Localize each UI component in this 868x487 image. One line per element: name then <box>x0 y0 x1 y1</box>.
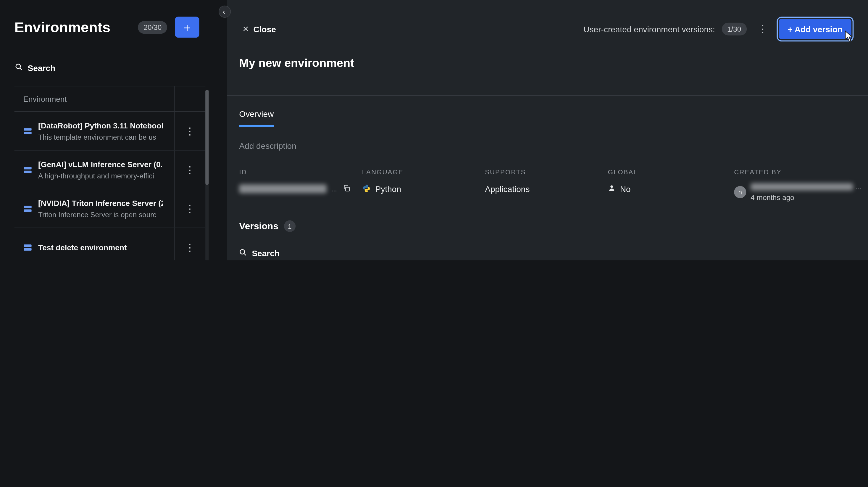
detail-tabs: Overview <box>239 109 851 127</box>
close-button[interactable]: ✕ Close <box>243 24 276 33</box>
meta-created-by: CREATED BY n ... 4 months ago <box>734 169 861 202</box>
python-icon <box>362 183 371 194</box>
supports-value: Applications <box>485 184 530 193</box>
row-menu-button[interactable]: ⋮ <box>181 201 199 216</box>
environment-menu-button[interactable]: ⋮ <box>753 22 772 36</box>
copy-id-button[interactable] <box>341 183 351 194</box>
environment-row-text: Test delete environment <box>38 243 163 252</box>
row-menu-button[interactable]: ⋮ <box>181 240 199 254</box>
kebab-icon: ⋮ <box>185 242 195 253</box>
versions-section-header: Versions 1 <box>239 220 851 232</box>
versions-counter-badge: 1/30 <box>721 23 747 35</box>
meta-language: LANGUAGE Python <box>362 169 485 202</box>
detail-toolbar: ✕ Close User-created environment version… <box>239 21 851 36</box>
add-version-button[interactable]: + Add version <box>779 19 851 39</box>
search-icon <box>239 248 247 258</box>
versions-search[interactable]: Search <box>239 248 851 258</box>
close-label: Close <box>253 24 276 33</box>
sidebar-search[interactable]: Search <box>15 63 227 72</box>
plus-icon: + <box>184 21 190 33</box>
add-description-field[interactable]: Add description <box>239 141 851 151</box>
row-menu-button[interactable]: ⋮ <box>181 124 199 138</box>
environments-table: Environment [DataRobot] Python 3.11 Note… <box>14 86 206 261</box>
copy-icon <box>343 184 350 193</box>
close-icon: ✕ <box>243 24 249 33</box>
environment-row[interactable]: Test delete environment ⋮ <box>14 228 206 261</box>
environments-count-badge: 20/30 <box>138 21 167 33</box>
chevron-left-icon: ‹ <box>222 7 225 15</box>
avatar: n <box>734 186 746 198</box>
environment-meta: ID ... LANGUAGE Python SUPPORTS Applicat… <box>239 169 851 202</box>
environment-icon <box>23 127 32 135</box>
created-time: 4 months ago <box>750 193 861 202</box>
sidebar-header: Environments 20/30 + <box>0 0 227 37</box>
kebab-icon: ⋮ <box>185 203 195 214</box>
environment-title: My new environment <box>239 57 851 70</box>
global-value: No <box>620 184 631 193</box>
kebab-icon: ⋮ <box>185 125 195 136</box>
meta-global: GLOBAL No <box>608 169 734 202</box>
header-divider <box>227 95 868 96</box>
environment-row[interactable]: [GenAI] vLLM Inference Server (0.4.2 A h… <box>14 151 206 189</box>
environment-icon <box>23 165 32 174</box>
environment-icon <box>23 204 32 213</box>
table-header-environment: Environment <box>14 86 206 112</box>
environment-icon <box>23 243 32 252</box>
search-icon <box>15 63 23 72</box>
sidebar-scrollbar[interactable] <box>205 90 209 261</box>
person-icon <box>608 184 616 193</box>
scrollbar-thumb[interactable] <box>205 90 209 185</box>
redacted-creator-name <box>750 183 853 190</box>
environment-row-text: [GenAI] vLLM Inference Server (0.4.2 A h… <box>38 160 163 180</box>
meta-supports: SUPPORTS Applications <box>485 169 608 202</box>
app-window: Environments 20/30 + Search Environment … <box>0 0 868 261</box>
table-header-label: Environment <box>23 94 67 103</box>
environment-detail-panel: ✕ Close User-created environment version… <box>227 0 868 261</box>
redacted-id-value <box>239 184 327 193</box>
environment-row-text: [DataRobot] Python 3.11 Notebook B This … <box>38 121 163 141</box>
kebab-icon: ⋮ <box>185 164 195 175</box>
versions-counter-label: User-created environment versions: <box>583 24 715 33</box>
versions-count-badge: 1 <box>284 220 296 232</box>
sidebar-search-label: Search <box>28 63 56 72</box>
versions-search-label: Search <box>252 248 280 258</box>
versions-title: Versions <box>239 221 278 232</box>
toolbar-right: User-created environment versions: 1/30 … <box>583 19 851 39</box>
row-menu-button[interactable]: ⋮ <box>181 162 199 177</box>
add-environment-button[interactable]: + <box>175 17 199 37</box>
environment-row[interactable]: [DataRobot] Python 3.11 Notebook B This … <box>14 112 206 151</box>
truncation-ellipsis: ... <box>855 183 861 191</box>
tab-overview[interactable]: Overview <box>239 109 274 127</box>
meta-id: ID ... <box>239 169 362 202</box>
language-value: Python <box>375 184 401 193</box>
kebab-icon: ⋮ <box>758 23 768 34</box>
environment-row-text: [NVIDIA] Triton Inference Server (24. Tr… <box>38 199 163 218</box>
environments-sidebar: Environments 20/30 + Search Environment … <box>0 0 227 261</box>
collapse-sidebar-button[interactable]: ‹ <box>219 6 231 18</box>
environment-row[interactable]: [NVIDIA] Triton Inference Server (24. Tr… <box>14 189 206 228</box>
truncation-ellipsis: ... <box>331 185 337 193</box>
sidebar-title: Environments <box>14 19 110 36</box>
